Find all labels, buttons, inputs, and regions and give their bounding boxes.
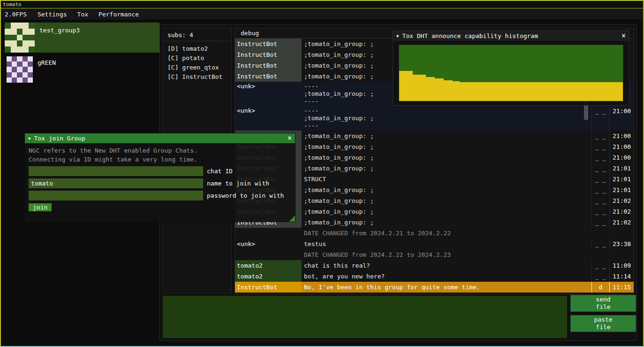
chat-time: 21:00 (609, 141, 634, 152)
collapse-arrow-icon[interactable]: ▼ (28, 136, 30, 141)
chat-author: InstructBot (235, 282, 302, 293)
menu-items: SettingsToxPerformance (32, 11, 144, 18)
join-name-label: name to join with (207, 180, 269, 187)
histogram-bar (426, 77, 435, 101)
chat-time: 11:14 (609, 271, 634, 282)
chat-author: InstructBot (235, 39, 302, 49)
chat-author: <unk> (235, 83, 302, 106)
menu-item-settings[interactable]: Settings (32, 11, 72, 18)
titlebar: tomato (1, 1, 643, 8)
chat-message: STRUCT (302, 174, 591, 185)
sub-item[interactable]: [C] green_qtox (163, 63, 231, 72)
chat-status: _ _ (591, 206, 609, 217)
join-password-input[interactable] (29, 191, 203, 200)
group-name: test_group3 (39, 23, 80, 34)
date-changed-text: DATE CHANGED from 2024.2.22 to 2024.2.23 (302, 249, 591, 260)
histogram-bar (435, 78, 444, 101)
group-row[interactable]: test_group3 (5, 23, 159, 53)
chat-row[interactable]: DATE CHANGED from 2024.2.21 to 2024.2.22 (235, 228, 634, 239)
chat-time (609, 228, 634, 239)
sub-item[interactable]: [C] InstructBot (163, 72, 231, 82)
tab-debug[interactable]: debug (235, 30, 265, 37)
chat-author: <unk> (235, 239, 302, 249)
sub-item[interactable]: [C] potato (163, 54, 231, 63)
chat-status: _ _ (591, 107, 609, 131)
group-avatar (7, 56, 33, 83)
chat-time: 21:02 (609, 195, 634, 206)
histogram-window: ▼ Tox DHT announce capability histogram … (393, 31, 629, 106)
histogram-titlebar[interactable]: ▼ Tox DHT announce capability histogram … (393, 31, 629, 41)
chat-status: _ _ (591, 152, 609, 163)
join-group-titlebar[interactable]: ▼ Tox join Group × (25, 133, 295, 143)
histogram-title: Tox DHT announce capability histogram (402, 32, 538, 39)
chat-status: _ _ (591, 271, 609, 282)
histogram-bar (399, 71, 413, 101)
chat-status: _ _ (591, 239, 609, 249)
close-icon[interactable]: × (288, 135, 292, 142)
chat-message: ;tomato_in_group: ; (302, 195, 591, 206)
chat-time: 21:02 (609, 206, 634, 217)
chat-message: No, I've been in this group for quite so… (302, 282, 591, 293)
chat-author (235, 249, 302, 260)
window-title: tomato (3, 1, 22, 8)
chat-author: tomato2 (235, 271, 302, 282)
group-row[interactable]: gREEN (5, 55, 159, 85)
send-file-button[interactable]: send file (570, 295, 636, 312)
chat-id-label: chat ID (207, 168, 233, 175)
chat-status (591, 228, 609, 239)
chat-time: 11:09 (609, 260, 634, 271)
app-window: tomato 2.0FPS SettingsToxPerformance tes… (0, 0, 644, 347)
fps-indicator[interactable]: 2.0FPS (1, 11, 32, 18)
chat-status: _ _ (591, 260, 609, 271)
chat-time: 21:00 (609, 152, 634, 163)
chat-author (235, 228, 302, 239)
chat-message: bot, are you new here? (302, 271, 591, 282)
chat-row[interactable]: tomato2chat is this real?_ _11:09 (235, 260, 634, 271)
chat-status: _ _ (591, 163, 609, 174)
join-button[interactable]: join (29, 203, 52, 211)
chat-message: ;tomato_in_group: ; (302, 217, 591, 228)
histogram-plot (399, 45, 623, 101)
compose-input[interactable] (163, 296, 567, 338)
join-name-input[interactable] (29, 178, 203, 188)
resize-grip[interactable] (289, 216, 295, 222)
chat-author: <unk> (235, 107, 302, 131)
chat-time: 21:01 (609, 185, 634, 195)
chat-time: 21:01 (609, 174, 634, 185)
join-group-window: ▼ Tox join Group × NGC refers to the New… (24, 133, 295, 222)
join-info-line-1: NGC refers to the New DHT enabled Group … (29, 146, 291, 155)
subs-separator (163, 41, 231, 41)
chat-row[interactable]: InstructBotNo, I've been in this group f… (235, 282, 634, 293)
chat-message: ----;tomato_in_group: ;---- (302, 107, 591, 131)
menubar: 2.0FPS SettingsToxPerformance (1, 9, 643, 20)
menu-item-tox[interactable]: Tox (72, 11, 93, 18)
chat-row[interactable]: <unk>----;tomato_in_group: ;----_ _21:00 (235, 106, 634, 131)
chat-message: ;tomato_in_group: ; (302, 131, 591, 141)
chat-status (591, 249, 609, 260)
chat-message: ;tomato_in_group: ; (302, 206, 591, 217)
histogram-bar (453, 81, 459, 101)
histogram-bar (444, 80, 453, 101)
subs-header: subs: 4 (163, 28, 231, 41)
chat-status: _ _ (591, 185, 609, 195)
chat-time (609, 249, 634, 260)
chat-time: 21:00 (609, 107, 634, 131)
chat-author: InstructBot (235, 60, 302, 71)
paste-file-button[interactable]: paste file (570, 315, 636, 332)
chat-message: testus (302, 239, 591, 249)
chat-row[interactable]: tomato2bot, are you new here?_ _11:14 (235, 271, 634, 282)
histogram-close-icon[interactable]: × (621, 32, 626, 39)
chat-id-input[interactable] (29, 166, 203, 176)
chat-message: ;tomato_in_group: ; (302, 185, 591, 195)
histogram-collapse-arrow-icon[interactable]: ▼ (396, 34, 399, 39)
chat-time: 11:15 (609, 282, 634, 293)
chat-message: ;tomato_in_group: ; (302, 163, 591, 174)
sub-item[interactable]: [D] tomato2 (163, 44, 231, 54)
date-changed-text: DATE CHANGED from 2024.2.21 to 2024.2.22 (302, 228, 591, 239)
chat-row[interactable]: <unk>testus_ _23:38 (235, 239, 634, 249)
chat-status: _ _ (591, 174, 609, 185)
chat-row[interactable]: DATE CHANGED from 2024.2.22 to 2024.2.23 (235, 249, 634, 260)
chat-time: 23:38 (609, 239, 634, 249)
menu-item-performance[interactable]: Performance (93, 11, 144, 18)
chat-status: _ _ (591, 195, 609, 206)
